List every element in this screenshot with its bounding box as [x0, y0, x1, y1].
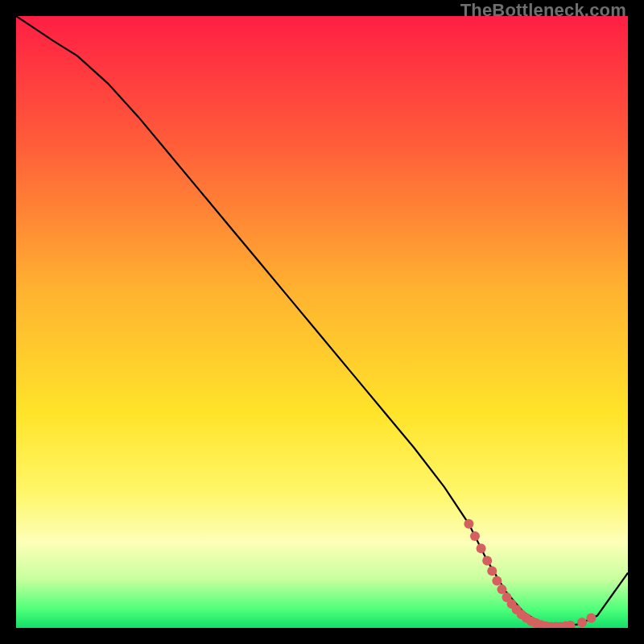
gradient-background	[16, 16, 628, 628]
chart-frame: TheBottleneck.com	[0, 0, 644, 644]
data-marker	[487, 566, 497, 576]
data-marker	[586, 613, 596, 623]
data-marker	[482, 555, 492, 565]
data-marker	[470, 531, 480, 541]
data-marker	[577, 617, 587, 627]
chart-svg	[16, 16, 628, 628]
plot-area	[16, 16, 628, 628]
data-marker	[464, 519, 473, 529]
data-marker	[492, 576, 502, 585]
data-marker	[477, 543, 486, 553]
